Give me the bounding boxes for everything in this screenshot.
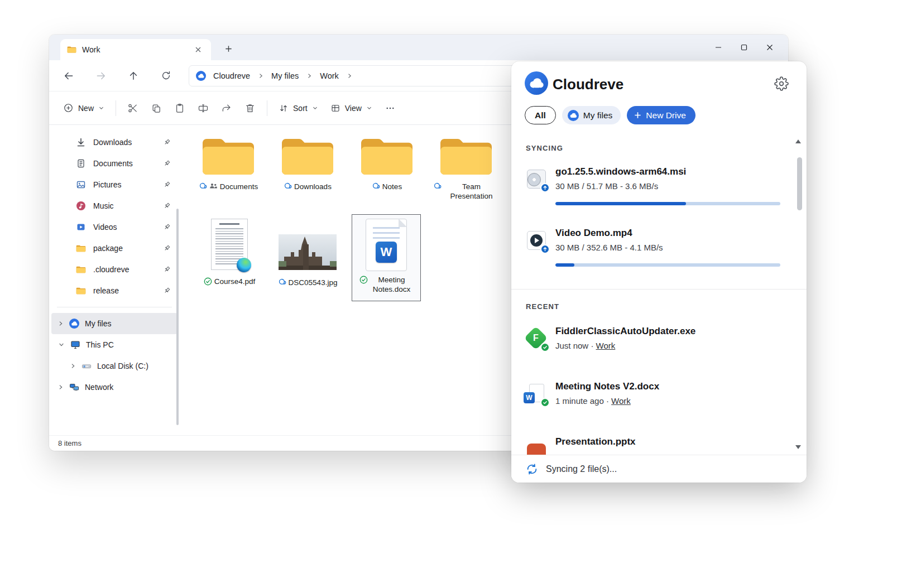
breadcrumb-cloudreve[interactable]: Cloudreve xyxy=(211,70,252,81)
sidebar-item-label: Videos xyxy=(93,223,117,232)
view-button[interactable]: View xyxy=(324,99,378,118)
folder-icon xyxy=(76,287,86,295)
tab-work[interactable]: Work xyxy=(60,39,211,60)
new-button-label: New xyxy=(78,104,94,113)
items-count: 8 items xyxy=(58,439,81,447)
chip-my-files[interactable]: My files xyxy=(562,106,621,124)
minimize-button[interactable] xyxy=(706,35,731,60)
folder-icon xyxy=(200,134,257,180)
chevron-right-icon[interactable] xyxy=(257,73,264,79)
breadcrumb-my-files[interactable]: My files xyxy=(269,70,301,81)
more-options-button[interactable] xyxy=(378,98,402,119)
file-tile-dsc05543-jpg[interactable]: DSC05543.jpg xyxy=(271,214,344,287)
recent-item[interactable]: FiddlerClassicAutoUpdater.exe Just now ·… xyxy=(555,326,695,350)
word-document-thumbnail: W xyxy=(366,219,407,271)
pin-icon xyxy=(163,202,171,210)
sort-button-label: Sort xyxy=(293,104,308,113)
recent-file-name: FiddlerClassicAutoUpdater.exe xyxy=(555,326,695,337)
cloudreve-logo xyxy=(525,71,548,95)
rename-button[interactable] xyxy=(191,98,215,119)
recent-location-link[interactable]: Work xyxy=(611,396,631,406)
chevron-down-icon[interactable] xyxy=(58,342,65,348)
fiddler-file-icon: F xyxy=(526,328,547,349)
cut-button[interactable] xyxy=(121,98,145,119)
sync-item[interactable]: go1.25.5.windows-arm64.msi 30 MB / 51.7 … xyxy=(555,166,686,191)
folder-name: Documents xyxy=(220,182,258,191)
sidebar-item-label: Downloads xyxy=(93,138,132,147)
folder-tile-notes[interactable]: Notes xyxy=(350,134,424,191)
pin-icon xyxy=(163,287,171,295)
paste-button[interactable] xyxy=(168,98,191,119)
file-tile-course4-pdf[interactable]: Course4.pdf xyxy=(193,214,266,286)
new-tab-button[interactable] xyxy=(221,42,236,55)
panel-footer: Syncing 2 file(s)... xyxy=(511,455,807,483)
recent-file-name: Meeting Notes V2.docx xyxy=(555,381,659,392)
chevron-right-icon[interactable] xyxy=(346,73,353,79)
recent-time: Just now xyxy=(555,341,588,350)
sidebar-item-pictures[interactable]: Pictures xyxy=(51,174,178,195)
sidebar-item-local-disk[interactable]: Local Disk (C:) xyxy=(51,355,178,377)
sidebar-scrollbar[interactable] xyxy=(176,209,179,425)
forward-button[interactable] xyxy=(92,66,111,85)
back-button[interactable] xyxy=(59,66,78,85)
chevron-right-icon[interactable] xyxy=(306,73,313,79)
scroll-down-icon[interactable] xyxy=(795,445,801,449)
share-button[interactable] xyxy=(215,98,238,119)
sidebar-item-downloads[interactable]: Downloads xyxy=(51,132,178,153)
word-icon: W xyxy=(524,392,535,403)
folder-tile-documents[interactable]: Documents xyxy=(191,134,265,191)
pin-icon xyxy=(163,181,171,189)
recent-time: 1 minute ago xyxy=(555,396,604,406)
sync-item[interactable]: Video Demo.mp4 30 MB / 352.6 MB - 4.1 MB… xyxy=(555,228,663,252)
video-file-icon xyxy=(526,230,547,251)
synced-badge-icon xyxy=(540,398,550,407)
file-name: Meeting Notes.docx xyxy=(370,275,414,294)
sidebar-item-music[interactable]: Music xyxy=(51,195,178,216)
cloud-status-icon xyxy=(199,182,207,189)
refresh-button[interactable] xyxy=(156,66,175,85)
sidebar-item-documents[interactable]: Documents xyxy=(51,153,178,174)
chevron-right-icon[interactable] xyxy=(70,363,76,369)
chip-label: My files xyxy=(583,110,613,121)
chevron-right-icon[interactable] xyxy=(58,320,64,327)
sync-icon xyxy=(526,463,538,475)
progress-bar xyxy=(555,263,780,267)
edge-pdf-badge-icon xyxy=(237,258,251,272)
folder-tile-downloads[interactable]: Downloads xyxy=(271,134,344,191)
chevron-down-icon xyxy=(366,105,372,111)
recent-item[interactable]: Presentation.pptx xyxy=(555,436,636,447)
folder-icon xyxy=(67,46,76,54)
tab-close-icon[interactable] xyxy=(192,44,204,56)
music-icon xyxy=(76,201,86,211)
new-button[interactable]: New xyxy=(57,98,111,118)
sidebar-item-this-pc[interactable]: This PC xyxy=(51,334,178,355)
sidebar-item-release[interactable]: release xyxy=(51,280,178,301)
sidebar-item-my-files[interactable]: My files xyxy=(51,313,178,334)
sidebar-item-network[interactable]: Network xyxy=(51,377,178,398)
chevron-right-icon[interactable] xyxy=(58,384,64,391)
recent-item[interactable]: Meeting Notes V2.docx 1 minute ago · Wor… xyxy=(555,381,659,406)
delete-button[interactable] xyxy=(238,98,262,119)
settings-button[interactable] xyxy=(774,76,789,91)
cloud-status-icon xyxy=(278,278,286,285)
pin-icon xyxy=(163,138,171,146)
folder-icon xyxy=(358,134,415,180)
up-button[interactable] xyxy=(124,66,143,85)
meta-separator: · xyxy=(591,341,593,350)
sidebar-item-videos[interactable]: Videos xyxy=(51,216,178,238)
sidebar-item-package[interactable]: package xyxy=(51,238,178,259)
chip-all[interactable]: All xyxy=(525,106,556,124)
sidebar-item-cloudreve-folder[interactable]: .cloudreve xyxy=(51,259,178,280)
panel-scrollbar[interactable] xyxy=(797,157,802,210)
new-drive-button[interactable]: New Drive xyxy=(627,106,695,124)
copy-button[interactable] xyxy=(145,98,168,119)
sort-button[interactable]: Sort xyxy=(272,99,324,118)
maximize-button[interactable] xyxy=(731,35,757,60)
sidebar-item-label: Network xyxy=(85,383,113,392)
breadcrumb-work[interactable]: Work xyxy=(318,70,341,81)
scroll-up-icon[interactable] xyxy=(795,139,801,143)
folder-tile-team-presentation[interactable]: Team Presentation xyxy=(429,134,503,201)
close-button[interactable] xyxy=(757,35,783,60)
file-tile-meeting-notes-docx-selected[interactable]: W Meeting Notes.docx xyxy=(352,214,421,301)
recent-location-link[interactable]: Work xyxy=(596,341,616,350)
